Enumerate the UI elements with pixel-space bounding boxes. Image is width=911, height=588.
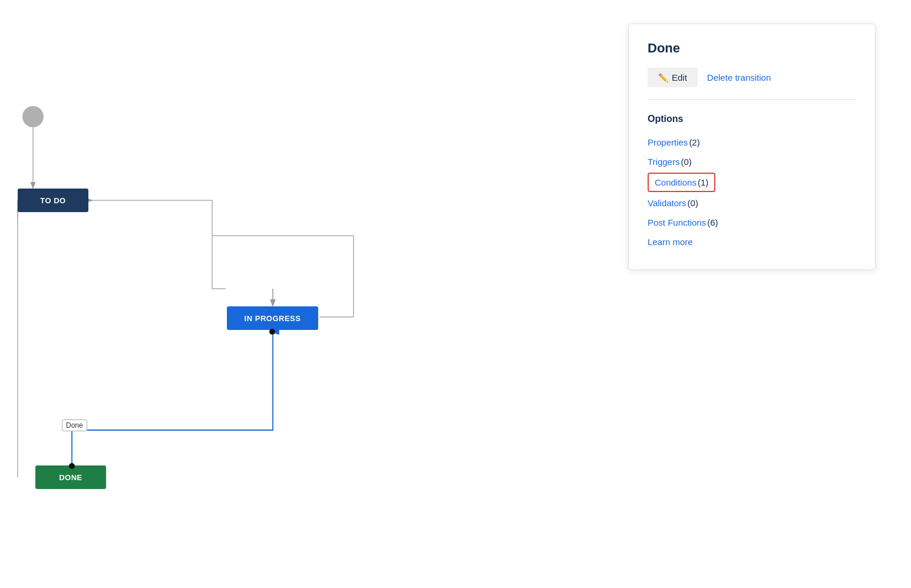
state-todo[interactable]: TO DO [18, 189, 88, 212]
option-label-properties: Properties [648, 137, 688, 147]
panel-title: Done [648, 41, 856, 56]
option-count-conditions: (1) [698, 177, 708, 187]
option-count-triggers: (0) [681, 157, 691, 167]
edit-icon: ✏️ [658, 73, 668, 82]
option-label-triggers: Triggers [648, 157, 679, 167]
option-item-validators[interactable]: Validators (0) [648, 194, 856, 212]
connectors-svg [0, 0, 442, 588]
option-label-post-functions: Post Functions [648, 217, 706, 227]
state-inprogress-label: IN PROGRESS [245, 314, 301, 323]
option-label-validators: Validators [648, 198, 686, 208]
state-done-label: DONE [59, 473, 82, 482]
dot-done [69, 463, 75, 469]
option-count-post-functions: (6) [707, 217, 718, 227]
option-count-properties: (2) [689, 137, 699, 147]
edit-button[interactable]: ✏️ Edit [648, 68, 698, 87]
option-label-conditions: Conditions [655, 177, 697, 187]
option-item-learn-more[interactable]: Learn more [648, 233, 856, 250]
state-done[interactable]: DONE [35, 465, 106, 489]
transition-label-done[interactable]: Done [62, 419, 87, 431]
initial-state-circle [22, 106, 44, 127]
edit-button-label: Edit [672, 72, 687, 82]
options-heading: Options [648, 114, 856, 124]
option-item-post-functions[interactable]: Post Functions (6) [648, 214, 856, 231]
option-label-learn-more: Learn more [648, 237, 693, 247]
option-item-conditions[interactable]: Conditions (1) [648, 173, 715, 192]
diagram-area: TO DO IN PROGRESS DONE Done [0, 0, 442, 588]
dot-inprogress [269, 329, 275, 335]
state-todo-label: TO DO [40, 196, 65, 205]
option-item-triggers[interactable]: Triggers (0) [648, 153, 856, 170]
options-list: Properties (2)Triggers (0)Conditions (1)… [648, 134, 856, 250]
state-inprogress[interactable]: IN PROGRESS [227, 306, 318, 330]
transition-panel: Done ✏️ Edit Delete transition Options P… [628, 24, 876, 270]
option-item-properties[interactable]: Properties (2) [648, 134, 856, 151]
option-count-validators: (0) [688, 198, 698, 208]
panel-actions: ✏️ Edit Delete transition [648, 68, 856, 100]
delete-transition-link[interactable]: Delete transition [707, 72, 771, 82]
